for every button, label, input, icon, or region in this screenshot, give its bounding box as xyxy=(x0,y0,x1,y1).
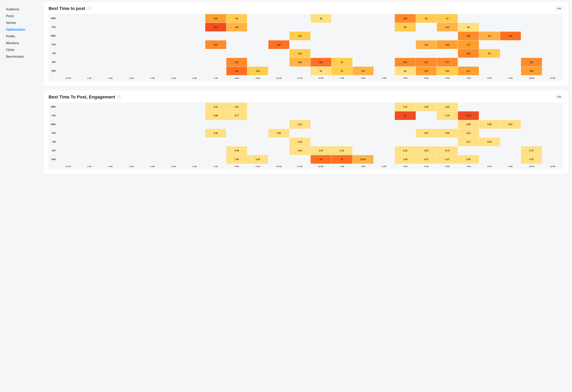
heatmap-cell[interactable]: 235 xyxy=(521,58,542,67)
heatmap-cell[interactable] xyxy=(458,102,479,111)
heatmap-cell[interactable] xyxy=(100,58,121,67)
heatmap-cell[interactable] xyxy=(163,67,184,75)
heatmap-cell[interactable] xyxy=(521,23,542,32)
heatmap-cell[interactable] xyxy=(184,129,205,137)
heatmap-cell[interactable] xyxy=(247,102,268,111)
heatmap-cell[interactable]: 84 xyxy=(479,49,500,58)
heatmap-cell[interactable] xyxy=(79,49,100,58)
heatmap-cell[interactable] xyxy=(500,67,521,75)
heatmap-cell[interactable] xyxy=(100,146,121,155)
heatmap-cell[interactable]: 2.04 xyxy=(479,137,500,146)
heatmap-cell[interactable]: 65 xyxy=(395,67,416,75)
heatmap-cell[interactable] xyxy=(142,58,163,67)
heatmap-cell[interactable]: 66 xyxy=(226,14,247,23)
heatmap-cell[interactable]: 26.64 xyxy=(353,155,374,164)
heatmap-cell[interactable] xyxy=(58,129,79,137)
heatmap-cell[interactable] xyxy=(205,32,226,40)
heatmap-cell[interactable] xyxy=(100,129,121,137)
help-icon[interactable]: ? xyxy=(87,7,91,11)
csv-button[interactable]: CSV xyxy=(555,7,563,11)
heatmap-cell[interactable]: 3.09 xyxy=(479,120,500,129)
heatmap-cell[interactable]: 63 xyxy=(310,155,332,164)
heatmap-cell[interactable] xyxy=(247,120,268,129)
heatmap-cell[interactable] xyxy=(542,102,563,111)
heatmap-cell[interactable]: 3.83 xyxy=(268,129,289,137)
heatmap-cell[interactable] xyxy=(521,49,542,58)
heatmap-cell[interactable]: 166 xyxy=(226,23,247,32)
heatmap-cell[interactable] xyxy=(79,146,100,155)
heatmap-cell[interactable]: 1.58 xyxy=(395,155,416,164)
heatmap-cell[interactable] xyxy=(142,32,163,40)
heatmap-cell[interactable] xyxy=(479,102,500,111)
heatmap-cell[interactable] xyxy=(374,58,395,67)
heatmap-cell[interactable] xyxy=(542,49,563,58)
heatmap-cell[interactable] xyxy=(374,111,395,120)
heatmap-cell[interactable] xyxy=(58,23,79,32)
heatmap-cell[interactable] xyxy=(79,102,100,111)
sidebar-item-posts[interactable]: Posts xyxy=(6,13,42,19)
heatmap-cell[interactable] xyxy=(58,14,79,23)
heatmap-cell[interactable]: 253 xyxy=(205,40,226,49)
heatmap-cell[interactable]: 2.12 xyxy=(332,146,353,155)
heatmap-cell[interactable] xyxy=(268,137,289,146)
heatmap-cell[interactable] xyxy=(310,23,332,32)
heatmap-cell[interactable]: 265 xyxy=(395,14,416,23)
heatmap-cell[interactable] xyxy=(310,49,332,58)
heatmap-cell[interactable]: 308 xyxy=(500,32,521,40)
heatmap-cell[interactable] xyxy=(79,32,100,40)
heatmap-cell[interactable]: 211 xyxy=(458,67,479,75)
heatmap-cell[interactable] xyxy=(374,32,395,40)
heatmap-cell[interactable] xyxy=(542,129,563,137)
heatmap-cell[interactable] xyxy=(205,137,226,146)
heatmap-cell[interactable] xyxy=(163,102,184,111)
heatmap-cell[interactable] xyxy=(500,49,521,58)
heatmap-cell[interactable] xyxy=(100,137,121,146)
heatmap-cell[interactable] xyxy=(268,120,289,129)
heatmap-cell[interactable] xyxy=(121,58,142,67)
heatmap-cell[interactable] xyxy=(163,120,184,129)
heatmap-cell[interactable] xyxy=(142,146,163,155)
heatmap-cell[interactable]: 266 xyxy=(226,58,247,67)
heatmap-cell[interactable]: 3.77 xyxy=(226,111,247,120)
heatmap-cell[interactable] xyxy=(310,102,332,111)
heatmap-cell[interactable] xyxy=(310,137,332,146)
heatmap-cell[interactable]: 264 xyxy=(395,58,416,67)
heatmap-cell[interactable] xyxy=(142,102,163,111)
heatmap-cell[interactable] xyxy=(142,111,163,120)
heatmap-cell[interactable] xyxy=(121,67,142,75)
heatmap-cell[interactable] xyxy=(289,23,310,32)
heatmap-cell[interactable] xyxy=(226,120,247,129)
heatmap-cell[interactable]: 214 xyxy=(416,67,437,75)
heatmap-cell[interactable] xyxy=(332,40,353,49)
heatmap-cell[interactable] xyxy=(479,40,500,49)
heatmap-cell[interactable]: 87 xyxy=(332,58,353,67)
heatmap-cell[interactable]: 6.16 xyxy=(205,129,226,137)
heatmap-cell[interactable] xyxy=(353,120,374,129)
heatmap-cell[interactable] xyxy=(289,155,310,164)
heatmap-cell[interactable] xyxy=(500,58,521,67)
heatmap-cell[interactable] xyxy=(79,67,100,75)
heatmap-cell[interactable]: 5.37 xyxy=(521,146,542,155)
heatmap-cell[interactable] xyxy=(332,120,353,129)
heatmap-cell[interactable] xyxy=(395,129,416,137)
heatmap-cell[interactable]: 4.58 xyxy=(437,129,458,137)
heatmap-cell[interactable] xyxy=(500,40,521,49)
heatmap-cell[interactable]: 28 xyxy=(310,14,332,23)
heatmap-cell[interactable] xyxy=(374,155,395,164)
heatmap-cell[interactable] xyxy=(142,120,163,129)
heatmap-cell[interactable] xyxy=(184,102,205,111)
heatmap-cell[interactable] xyxy=(268,102,289,111)
heatmap-cell[interactable] xyxy=(332,14,353,23)
heatmap-cell[interactable] xyxy=(142,129,163,137)
heatmap-cell[interactable] xyxy=(289,111,310,120)
heatmap-cell[interactable] xyxy=(542,23,563,32)
heatmap-cell[interactable]: 107 xyxy=(289,32,310,40)
heatmap-cell[interactable]: 2.22 xyxy=(437,102,458,111)
heatmap-cell[interactable] xyxy=(79,111,100,120)
heatmap-cell[interactable] xyxy=(247,14,268,23)
heatmap-cell[interactable]: 84 xyxy=(416,14,437,23)
heatmap-cell[interactable] xyxy=(184,137,205,146)
heatmap-cell[interactable] xyxy=(163,49,184,58)
heatmap-cell[interactable]: 260 xyxy=(458,49,479,58)
heatmap-cell[interactable] xyxy=(226,40,247,49)
